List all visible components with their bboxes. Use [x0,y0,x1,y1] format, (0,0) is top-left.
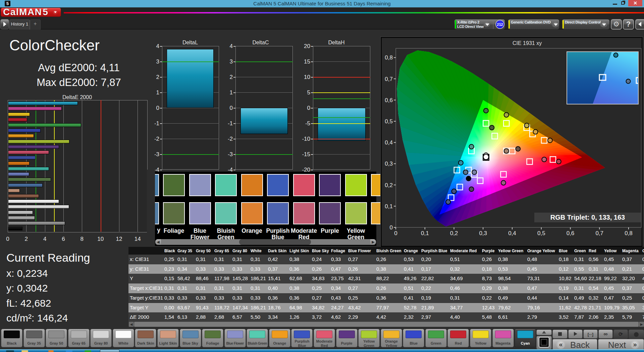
svg-text:0,8: 0,8 [625,230,633,236]
svg-text:0,2: 0,2 [385,182,393,188]
svg-text:CIE 1931 xy: CIE 1931 xy [513,40,542,46]
svg-text:0,2: 0,2 [450,230,458,236]
svg-text:0,6: 0,6 [385,97,393,103]
svg-text:0,4: 0,4 [385,139,393,146]
svg-text:RGB Triplet: 0, 133, 163: RGB Triplet: 0, 133, 163 [550,214,625,221]
svg-text:0: 0 [394,230,397,236]
svg-text:0,5: 0,5 [537,230,545,236]
svg-text:0,3: 0,3 [385,161,393,167]
svg-text:0,4: 0,4 [508,230,516,236]
svg-text:0: 0 [390,224,393,231]
svg-text:0,7: 0,7 [595,230,603,236]
svg-text:0,3: 0,3 [479,230,487,236]
svg-text:0,6: 0,6 [567,230,575,236]
svg-text:0,1: 0,1 [421,230,429,236]
svg-text:0,8: 0,8 [385,54,393,61]
svg-text:0,1: 0,1 [385,203,393,210]
svg-text:0,5: 0,5 [385,118,393,125]
svg-text:0,7: 0,7 [385,76,393,82]
